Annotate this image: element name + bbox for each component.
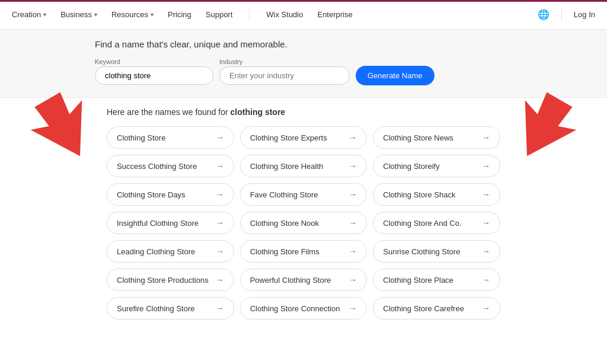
arrow-icon: → [482, 247, 490, 256]
keyword-label: Keyword [95, 58, 213, 65]
name-pill-item[interactable]: Insightful Clothing Store → [107, 212, 234, 234]
results-header: Here are the names we found for clothing… [12, 107, 595, 117]
name-pill-item[interactable]: Powerful Clothing Store → [240, 269, 368, 291]
name-pill-text: Clothing Store Productions [117, 276, 209, 285]
name-pill-item[interactable]: Fave Clothing Store → [240, 183, 368, 206]
arrow-icon: → [482, 161, 490, 171]
nav-right-section: 🌐 Log In [538, 9, 595, 21]
name-pill-item[interactable]: Clothing Store News → [373, 126, 500, 149]
name-pill-item[interactable]: Clothing Store Health → [240, 155, 368, 177]
search-row: Keyword Industry Generate Name [95, 58, 595, 85]
name-pill-item[interactable]: Clothing Store Days → [107, 183, 234, 206]
name-pill-text: Surefire Clothing Store [117, 304, 195, 313]
login-link[interactable]: Log In [574, 10, 595, 19]
name-pill-text: Clothing Storeify [383, 162, 439, 171]
nav-item-business[interactable]: Business ▾ [60, 10, 97, 19]
results-section: Here are the names we found for clothing… [0, 98, 607, 325]
name-pill-text: Clothing Store Carefree [383, 304, 464, 313]
name-pill-text: Clothing Store Days [117, 190, 186, 199]
chevron-icon: ▾ [151, 11, 154, 18]
name-pill-text: Powerful Clothing Store [250, 276, 331, 285]
name-pill-text: Insightful Clothing Store [117, 219, 199, 228]
arrow-icon: → [482, 275, 490, 285]
name-pill-item[interactable]: Leading Clothing Store → [107, 240, 234, 263]
nav-divider-2 [561, 9, 562, 21]
industry-field-wrap: Industry [219, 58, 350, 85]
name-pill-item[interactable]: Clothing Store Shack → [373, 183, 500, 206]
name-pill-text: Clothing Store Health [250, 162, 324, 171]
arrow-icon: → [349, 304, 357, 313]
name-pill-text: Clothing Store Experts [250, 133, 327, 142]
name-pill-item[interactable]: Clothing Store Carefree → [373, 297, 500, 320]
name-pill-text: Clothing Store Place [383, 276, 453, 285]
arrow-icon: → [482, 218, 490, 228]
name-pill-text: Clothing Store Films [250, 247, 320, 256]
name-pill-text: Clothing Store Nook [250, 219, 319, 228]
name-pill-text: Clothing Store Shack [383, 190, 455, 199]
name-pill-item[interactable]: Success Clothing Store → [107, 155, 234, 177]
names-grid: Clothing Store → Clothing Store Experts … [12, 126, 595, 320]
chevron-icon: ▾ [43, 11, 46, 18]
arrow-icon: → [216, 161, 224, 171]
name-pill-text: Leading Clothing Store [117, 247, 195, 256]
name-pill-item[interactable]: Sunrise Clothing Store → [373, 240, 500, 263]
nav-divider [249, 9, 250, 21]
nav-item-pricing[interactable]: Pricing [168, 10, 191, 19]
industry-label: Industry [219, 58, 350, 65]
industry-input[interactable] [219, 66, 350, 85]
search-section: Find a name that's clear, unique and mem… [0, 30, 607, 98]
nav-item-creation[interactable]: Creation ▾ [12, 10, 46, 19]
nav-item-support[interactable]: Support [206, 10, 233, 19]
arrow-icon: → [349, 247, 357, 256]
arrow-icon: → [216, 304, 224, 313]
arrow-icon: → [482, 190, 490, 199]
name-pill-item[interactable]: Clothing Store Nook → [240, 212, 368, 234]
name-pill-text: Sunrise Clothing Store [383, 247, 460, 256]
arrow-icon: → [216, 190, 224, 199]
search-tagline: Find a name that's clear, unique and mem… [95, 39, 595, 49]
arrow-icon: → [216, 133, 224, 142]
arrow-icon: → [482, 133, 490, 142]
name-pill-item[interactable]: Clothing Store Films → [240, 240, 368, 263]
name-pill-item[interactable]: Clothing Store Experts → [240, 126, 368, 149]
name-pill-text: Clothing Store [117, 133, 165, 142]
arrow-icon: → [349, 190, 357, 199]
arrow-icon: → [482, 304, 490, 313]
arrow-icon: → [349, 161, 357, 171]
arrow-icon: → [349, 218, 357, 228]
arrow-icon: → [349, 275, 357, 285]
results-keyword: clothing store [231, 107, 286, 117]
keyword-field-wrap: Keyword [95, 58, 213, 85]
name-pill-item[interactable]: Clothing Store → [107, 126, 234, 149]
keyword-input[interactable] [95, 66, 213, 85]
name-pill-text: Clothing Store News [383, 133, 453, 142]
top-navigation: Creation ▾ Business ▾ Resources ▾ Pricin… [0, 0, 607, 30]
chevron-icon: ▾ [94, 11, 97, 18]
name-pill-item[interactable]: Clothing Store Connection → [240, 297, 368, 320]
name-pill-text: Clothing Store And Co. [383, 219, 461, 228]
name-pill-text: Success Clothing Store [117, 162, 197, 171]
name-pill-text: Fave Clothing Store [250, 190, 318, 199]
name-pill-item[interactable]: Clothing Store Place → [373, 269, 500, 291]
nav-item-enterprise[interactable]: Enterprise [317, 10, 352, 19]
name-pill-text: Clothing Store Connection [250, 304, 340, 313]
arrow-icon: → [216, 247, 224, 256]
nav-item-resources[interactable]: Resources ▾ [111, 10, 154, 19]
name-pill-item[interactable]: Clothing Store Productions → [107, 269, 234, 291]
nav-item-wix-studio[interactable]: Wix Studio [266, 10, 303, 19]
generate-button[interactable]: Generate Name [356, 66, 435, 85]
arrow-icon: → [349, 133, 357, 142]
arrow-icon: → [216, 218, 224, 228]
name-pill-item[interactable]: Clothing Storeify → [373, 155, 500, 177]
name-pill-item[interactable]: Surefire Clothing Store → [107, 297, 234, 320]
arrow-icon: → [216, 275, 224, 285]
name-pill-item[interactable]: Clothing Store And Co. → [373, 212, 500, 234]
globe-icon[interactable]: 🌐 [538, 9, 550, 20]
